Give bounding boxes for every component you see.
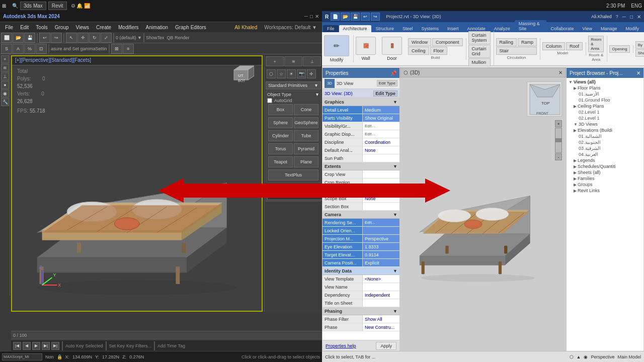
select-btn[interactable]: ↖ [66, 33, 77, 43]
graphic-disp-value[interactable]: Edit... [363, 130, 399, 138]
menu-graph-editors[interactable]: Graph Editors [172, 24, 209, 31]
railing-btn[interactable]: Railing [496, 38, 517, 46]
discipline-value[interactable]: Coordination [363, 138, 399, 146]
section-box-value[interactable] [363, 203, 399, 210]
plane-btn[interactable]: Plane [294, 156, 318, 167]
shape-icon[interactable]: ☆ [277, 69, 286, 78]
phase-filter-value[interactable]: Show All [363, 315, 399, 323]
projection-value[interactable]: Perspective [363, 235, 399, 242]
mirror-btn[interactable]: ⊠ [111, 44, 122, 54]
menu-file[interactable]: File [2, 24, 16, 31]
pb-elevations[interactable]: ▶ Elevations (Buildi [567, 127, 643, 133]
modify-panel-btn[interactable]: ≋ [1, 64, 9, 72]
menu-edit[interactable]: Edit [17, 24, 32, 31]
target-elev-value[interactable]: 0.9134 [363, 251, 399, 258]
mullion-btn[interactable]: Mullion [468, 58, 491, 66]
key-filters-btn[interactable]: Key Filters... [126, 343, 151, 348]
view-template-value[interactable]: <None> [363, 275, 399, 283]
cylinder-btn[interactable]: Cylinder [268, 130, 293, 141]
tab-insert[interactable]: Insert [443, 25, 463, 32]
properties-help-link[interactable]: Properties help [326, 343, 356, 348]
max-maximize[interactable]: □ [310, 14, 313, 19]
revit-new[interactable]: 📄 [331, 13, 340, 21]
scale-btn[interactable]: ⤢ [101, 33, 112, 43]
pb-groups[interactable]: ▶ Groups [567, 182, 643, 188]
ramp-btn[interactable]: Ramp [518, 38, 537, 46]
zoom-out-btn[interactable]: - [555, 153, 562, 160]
stair-btn[interactable]: Stair [496, 47, 537, 55]
pb-ground-floor-en[interactable]: 01.Ground Floo [567, 97, 643, 103]
taskbar-revit[interactable]: Revit [48, 2, 67, 10]
window-btn[interactable]: Window [408, 38, 431, 46]
revit-minimize[interactable]: ─ [622, 14, 626, 20]
component-btn[interactable]: Component [432, 38, 463, 46]
edit-type-btn[interactable]: Edit Type [377, 80, 397, 86]
menu-modifiers[interactable]: Modifiers [115, 24, 142, 31]
pyramid-btn[interactable]: Pyramid [294, 143, 318, 154]
start-button[interactable]: ⊞ [2, 3, 6, 9]
edit-type-btn2[interactable]: Edit Type [373, 90, 397, 97]
view-mode-3[interactable]: ◉ [584, 354, 588, 359]
go-start-btn[interactable]: |◀ [13, 342, 21, 350]
pb-families[interactable]: ▶ Families [567, 175, 643, 182]
locked-orient-value[interactable] [363, 227, 399, 234]
apply-btn[interactable]: Apply [376, 342, 396, 350]
showtext-btn[interactable]: ShowTex [146, 35, 165, 40]
revit-3d-viewport[interactable]: TOP FRONT + - [400, 77, 566, 351]
taskbar-3dsmax[interactable]: 3ds Max [20, 2, 46, 10]
teapot-btn[interactable]: Teapot [268, 156, 293, 167]
curtain-grid-btn[interactable]: Curtain Grid [468, 45, 491, 58]
standard-primitives-dropdown[interactable]: Standard Primitives ▼ [266, 81, 321, 89]
layer-dropdown[interactable]: 0 (default) ▼ [116, 35, 142, 40]
graphics-section-header[interactable]: Graphics ▼ [323, 98, 399, 106]
create-tab[interactable]: + [266, 56, 284, 66]
create-panel-btn[interactable]: + [1, 55, 9, 63]
default-anal-value[interactable]: None [363, 146, 399, 154]
prop-pin-icon[interactable]: 📌 [390, 70, 396, 76]
zoom-slider[interactable] [555, 128, 562, 153]
next-frame-btn[interactable]: ▶| [42, 342, 50, 350]
revit-open[interactable]: 📂 [341, 13, 350, 21]
prev-frame-btn[interactable]: ◀ [23, 342, 31, 350]
play-btn[interactable]: ▶ [32, 342, 40, 350]
tab-modify[interactable]: Modify [621, 25, 643, 32]
sphere-btn[interactable]: Sphere [268, 117, 293, 128]
tab-file[interactable]: File [323, 25, 339, 32]
column-btn[interactable]: Column [542, 42, 565, 50]
save-btn[interactable]: 💾 [24, 33, 35, 43]
curtain-system-btn[interactable]: Curtain System [468, 31, 491, 44]
pb-3d-views[interactable]: ▼ 3D Views [567, 121, 643, 127]
new-btn[interactable]: ⬜ [1, 33, 12, 43]
pb-sheets[interactable]: ▶ Sheets (all) [567, 169, 643, 175]
tab-manage[interactable]: Manage [597, 25, 621, 32]
revit-help-btn[interactable]: ? [616, 14, 618, 19]
display-btn[interactable]: ◉ [1, 89, 9, 98]
set-key-btn[interactable]: Set Key [109, 343, 125, 348]
tube-btn[interactable]: Tube [294, 130, 318, 141]
workspace-selector[interactable]: Workspaces: Default ▼ [261, 24, 320, 31]
ceiling-btn[interactable]: Ceiling [408, 47, 429, 55]
hierarchy-tab[interactable]: ⊥ [303, 56, 321, 66]
modify-tab[interactable]: ≋ [284, 56, 302, 66]
pb-revit-links[interactable]: ▶ Revit Links [567, 188, 643, 194]
pb-elev2[interactable]: الجنوبية.02 [567, 139, 643, 145]
view-name-value[interactable] [363, 283, 399, 291]
visibility-value[interactable]: Edit... [363, 122, 399, 130]
helper-icon[interactable]: ✛ [307, 69, 316, 78]
floor-btn[interactable]: Floor [430, 47, 448, 55]
max-minimize[interactable]: ─ [304, 14, 308, 19]
shaft-btn[interactable]: Shaft [635, 49, 644, 57]
menu-create[interactable]: Create [93, 24, 114, 31]
revit-redo[interactable]: ↪ [371, 13, 380, 21]
spinner-snap[interactable]: ⊡ [36, 44, 47, 54]
angle-snap[interactable]: A [13, 44, 24, 54]
roof-btn[interactable]: Roof [566, 42, 583, 50]
redo-btn[interactable]: ↪ [51, 33, 62, 43]
hierarchy-btn[interactable]: ⊥ [1, 72, 9, 80]
go-end-btn[interactable]: ▶| [51, 342, 59, 350]
torus-btn[interactable]: Torus [268, 143, 293, 154]
tab-architecture[interactable]: Architecture [339, 25, 371, 32]
tab-collaborate[interactable]: Collaborate [547, 25, 578, 32]
tab-steel[interactable]: Steel [398, 25, 417, 32]
geometry-icon[interactable]: ⬡ [267, 69, 276, 78]
